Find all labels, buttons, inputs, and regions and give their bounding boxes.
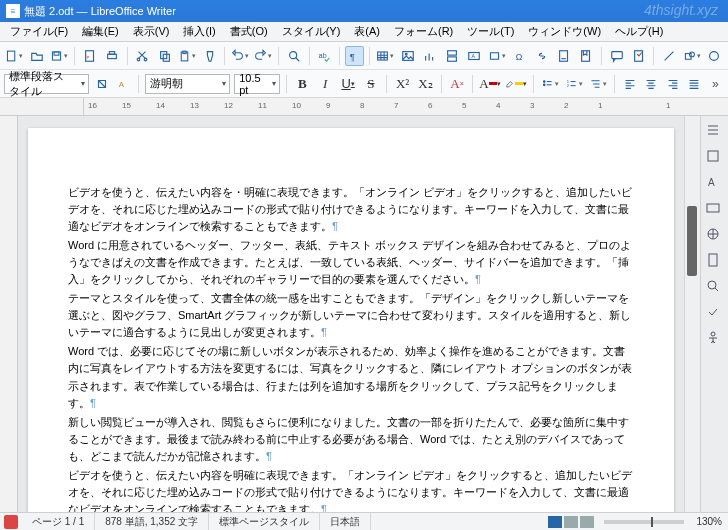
horizontal-ruler[interactable]: 16 15 14 13 12 11 10 9 8 7 6 5 4 3 2 1 1 bbox=[0, 98, 728, 116]
document-page[interactable]: ビデオを使うと、伝えたい内容を・明確に表現できます。「オンライン ビデオ」をクリ… bbox=[28, 128, 674, 512]
menu-window[interactable]: ウィンドウ(W) bbox=[522, 22, 607, 41]
svg-point-7 bbox=[137, 58, 140, 61]
paragraph[interactable]: ビデオを使うと、伝えたい内容を明確に表現できます。「オンライン ビデオ」をクリッ… bbox=[68, 467, 634, 512]
save-indicator-icon[interactable] bbox=[4, 515, 18, 529]
justify-button[interactable] bbox=[685, 74, 702, 94]
insert-textbox-button[interactable]: A bbox=[465, 46, 484, 66]
word-count[interactable]: 878 単語, 1,352 文字 bbox=[95, 513, 209, 530]
insert-special-char-button[interactable]: Ω bbox=[510, 46, 529, 66]
zoom-value[interactable]: 130% bbox=[690, 516, 728, 527]
paragraph[interactable]: テーマとスタイルを使って、文書全体の統一感を出すこともできます。「デザイン」をク… bbox=[68, 290, 634, 341]
strike-button[interactable]: S bbox=[361, 74, 380, 94]
insert-pagebreak-button[interactable] bbox=[442, 46, 461, 66]
open-button[interactable] bbox=[27, 46, 46, 66]
svg-rect-20 bbox=[448, 56, 457, 60]
insert-table-button[interactable]: ▾ bbox=[375, 46, 395, 66]
paste-button[interactable]: ▾ bbox=[177, 46, 197, 66]
new-button[interactable]: ▾ bbox=[4, 46, 24, 66]
insert-image-button[interactable] bbox=[398, 46, 417, 66]
properties-icon[interactable] bbox=[705, 148, 725, 168]
paragraph[interactable]: Word に用意されているヘッダー、フッター、表紙、テキスト ボックス デザイン… bbox=[68, 237, 634, 288]
formatting-marks-button[interactable]: ¶ bbox=[345, 46, 364, 66]
save-button[interactable]: ▾ bbox=[49, 46, 69, 66]
navigator-icon[interactable] bbox=[705, 226, 725, 246]
paragraph[interactable]: 新しい閲覧ビューが導入され、閲覧もさらに便利になりました。文書の一部を折りたたん… bbox=[68, 414, 634, 465]
find-button[interactable] bbox=[284, 46, 303, 66]
para-style-select[interactable]: 標準段落スタイル bbox=[4, 74, 89, 94]
menu-table[interactable]: 表(A) bbox=[348, 22, 386, 41]
separator bbox=[533, 75, 534, 93]
italic-button[interactable]: I bbox=[316, 74, 335, 94]
insert-footnote-button[interactable] bbox=[554, 46, 573, 66]
shapes-button[interactable]: ▾ bbox=[682, 46, 702, 66]
copy-button[interactable] bbox=[155, 46, 174, 66]
menu-help[interactable]: ヘルプ(H) bbox=[609, 22, 669, 41]
menu-styles[interactable]: スタイル(Y) bbox=[276, 22, 347, 41]
undo-button[interactable]: ▾ bbox=[230, 46, 250, 66]
menu-view[interactable]: 表示(V) bbox=[127, 22, 176, 41]
multi-page-view-icon[interactable] bbox=[564, 516, 578, 528]
numbering-button[interactable]: 12▾ bbox=[564, 74, 584, 94]
svg-rect-41 bbox=[709, 254, 717, 266]
outline-button[interactable]: ▾ bbox=[588, 74, 608, 94]
track-changes-button[interactable] bbox=[629, 46, 648, 66]
zoom-slider[interactable] bbox=[604, 520, 684, 524]
font-color-button[interactable]: A▾ bbox=[479, 74, 501, 94]
font-size-select[interactable]: 10.5 pt bbox=[234, 74, 280, 94]
page-indicator[interactable]: ページ 1 / 1 bbox=[22, 513, 95, 530]
insert-bookmark-button[interactable] bbox=[577, 46, 596, 66]
separator bbox=[386, 75, 387, 93]
menu-tools[interactable]: ツール(T) bbox=[461, 22, 520, 41]
accessibility-icon[interactable] bbox=[705, 330, 725, 350]
manage-changes-icon[interactable] bbox=[705, 304, 725, 324]
more-button[interactable]: » bbox=[707, 74, 724, 94]
menu-format[interactable]: 書式(O) bbox=[224, 22, 274, 41]
language[interactable]: 日本語 bbox=[320, 513, 371, 530]
styles-icon[interactable]: A bbox=[705, 174, 725, 194]
gallery-icon[interactable] bbox=[705, 200, 725, 220]
spellcheck-button[interactable]: ab bbox=[315, 46, 334, 66]
book-view-icon[interactable] bbox=[580, 516, 594, 528]
insert-hyperlink-button[interactable] bbox=[532, 46, 551, 66]
font-name-select[interactable]: 游明朝 bbox=[145, 74, 230, 94]
line-button[interactable] bbox=[659, 46, 678, 66]
underline-button[interactable]: U▾ bbox=[339, 74, 358, 94]
menu-insert[interactable]: 挿入(I) bbox=[177, 22, 221, 41]
insert-comment-button[interactable] bbox=[607, 46, 626, 66]
align-center-button[interactable] bbox=[642, 74, 659, 94]
clear-format-button[interactable]: A× bbox=[448, 74, 467, 94]
style-inspector-icon[interactable] bbox=[705, 278, 725, 298]
vertical-ruler[interactable] bbox=[0, 116, 18, 512]
paragraph[interactable]: Word では、必要に応じてその場に新しいボタンが表示されるため、効率よく操作を… bbox=[68, 343, 634, 411]
align-right-button[interactable] bbox=[664, 74, 681, 94]
sidebar-settings-icon[interactable] bbox=[705, 122, 725, 142]
menu-edit[interactable]: 編集(E) bbox=[76, 22, 125, 41]
new-style-button[interactable]: A bbox=[115, 74, 132, 94]
update-style-button[interactable] bbox=[93, 74, 110, 94]
menu-form[interactable]: フォーム(R) bbox=[388, 22, 459, 41]
superscript-button[interactable]: X² bbox=[393, 74, 412, 94]
insert-chart-button[interactable] bbox=[420, 46, 439, 66]
bold-button[interactable]: B bbox=[293, 74, 312, 94]
page-area[interactable]: ビデオを使うと、伝えたい内容を・明確に表現できます。「オンライン ビデオ」をクリ… bbox=[18, 116, 684, 512]
insert-field-button[interactable]: ▾ bbox=[487, 46, 507, 66]
vertical-scrollbar[interactable] bbox=[684, 116, 700, 512]
single-page-view-icon[interactable] bbox=[548, 516, 562, 528]
paragraph[interactable]: ビデオを使うと、伝えたい内容を・明確に表現できます。「オンライン ビデオ」をクリ… bbox=[68, 184, 634, 235]
redo-button[interactable]: ▾ bbox=[253, 46, 273, 66]
bullets-button[interactable]: ▾ bbox=[540, 74, 560, 94]
scroll-thumb[interactable] bbox=[687, 206, 697, 276]
draw-functions-button[interactable] bbox=[705, 46, 724, 66]
page-icon[interactable] bbox=[705, 252, 725, 272]
clone-format-button[interactable] bbox=[200, 46, 219, 66]
align-left-button[interactable] bbox=[621, 74, 638, 94]
menu-file[interactable]: ファイル(F) bbox=[4, 22, 74, 41]
page-style[interactable]: 標準ページスタイル bbox=[209, 513, 320, 530]
cut-button[interactable] bbox=[133, 46, 152, 66]
subscript-button[interactable]: X₂ bbox=[416, 74, 435, 94]
print-button[interactable] bbox=[102, 46, 121, 66]
highlight-button[interactable]: ▾ bbox=[505, 74, 527, 94]
svg-point-31 bbox=[710, 51, 719, 60]
view-mode-buttons[interactable] bbox=[544, 516, 598, 528]
export-pdf-button[interactable]: P bbox=[80, 46, 99, 66]
